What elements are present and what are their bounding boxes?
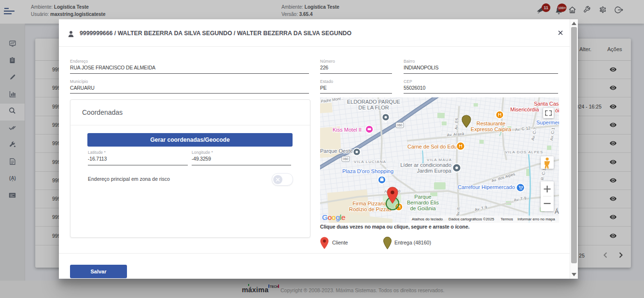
svg-text:VILA MAUA: VILA MAUA (427, 158, 452, 162)
svg-text:Kiss Motel II: Kiss Motel II (333, 127, 362, 133)
svg-text:de Goiânia: de Goiânia (410, 205, 436, 211)
svg-text:Expresso Caipira: Expresso Caipira (471, 126, 512, 132)
svg-text:ói: ói (555, 108, 559, 113)
svg-text:Av. It: Av. It (455, 207, 461, 217)
svg-text:Á: Á (555, 208, 559, 215)
svg-text:Supermer: Supermer (536, 120, 559, 125)
svg-text:ELDORADO PARQUE: ELDORADO PARQUE (347, 99, 400, 105)
svg-text:Plaza D'oro Shopping: Plaza D'oro Shopping (342, 168, 393, 174)
svg-text:060: 060 (397, 123, 403, 127)
svg-text:Termos: Termos (501, 217, 513, 221)
svg-text:Misericórdia: Misericórdia (510, 107, 539, 112)
svg-text:DE LA FLOR: DE LA FLOR (358, 105, 389, 110)
svg-text:Informar erro no mapa: Informar erro no mapa (518, 217, 555, 221)
svg-text:Carne de Sol do Edu: Carne de Sol do Edu (407, 144, 457, 149)
svg-text:060: 060 (343, 157, 349, 161)
svg-text:Bernardo Élis: Bernardo Élis (407, 200, 439, 205)
svg-text:VILA LUCIANA: VILA LUCIANA (354, 160, 386, 164)
svg-text:Rodízio de Pizzas: Rodízio de Pizzas (349, 206, 392, 212)
svg-text:Líder ar condicionado: Líder ar condicionado (400, 162, 451, 168)
svg-text:VILA DOS ALPES: VILA DOS ALPES (505, 150, 543, 154)
svg-text:Parque Oeste: Parque Oeste (320, 148, 353, 154)
svg-text:Google: Google (322, 213, 345, 221)
svg-text:Atalhos do teclado: Atalhos do teclado (412, 217, 443, 221)
svg-text:Jardim Europa: Jardim Europa (417, 168, 451, 174)
svg-text:Av. E6: Av. E6 (454, 118, 459, 130)
svg-text:Carrefour Hipermercado: Carrefour Hipermercado (458, 184, 515, 190)
svg-text:Firma Pizzaria:: Firma Pizzaria: (352, 201, 388, 206)
svg-text:Santa Casa: Santa Casa (534, 101, 559, 107)
svg-text:Dados cartográficos ©2025: Dados cartográficos ©2025 (448, 217, 494, 221)
svg-text:Restaurante: Restaurante (476, 121, 505, 126)
svg-text:Parque: Parque (414, 194, 431, 200)
